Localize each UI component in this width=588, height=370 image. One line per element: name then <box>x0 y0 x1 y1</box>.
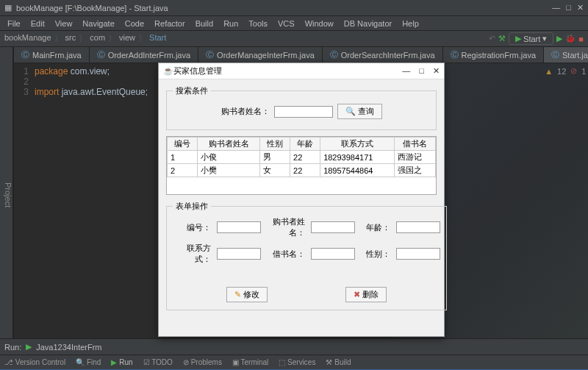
dialog-title: 买家信息管理 <box>173 65 222 77</box>
menu-build[interactable]: Build <box>191 18 218 29</box>
search-button[interactable]: 🔍查询 <box>337 104 382 119</box>
menu-window[interactable]: Window <box>301 18 338 29</box>
dialog-icon: ☕ <box>163 66 173 76</box>
tab[interactable]: ⒸOrderAddInterFrm.java <box>90 47 198 63</box>
tab[interactable]: ⒸOrderManageInterFrm.java <box>198 47 323 63</box>
sex-input[interactable] <box>396 248 440 260</box>
close-icon[interactable]: ✕ <box>577 3 584 13</box>
services-button[interactable]: ⬚ Services <box>279 358 315 366</box>
menu-vcs[interactable]: VCS <box>273 18 299 29</box>
tab[interactable]: ⒸRegistrationFrm.java <box>443 47 544 63</box>
breadcrumb: bookManage〉 src〉 com〉 view〉 Start <box>4 33 166 44</box>
terminal-button[interactable]: ▣ Terminal <box>232 358 268 366</box>
dialog-titlebar[interactable]: ☕ 买家信息管理 — □ ✕ <box>159 63 444 79</box>
todo-button[interactable]: ☑ TODO <box>143 358 173 366</box>
crumb[interactable]: view <box>119 33 135 44</box>
crumb[interactable]: Start <box>149 33 166 44</box>
vc-button[interactable]: ⎇ Version Control <box>4 358 65 366</box>
tab[interactable]: ⒸMainFrm.java <box>14 47 90 63</box>
contact-label: 联系方式： <box>173 243 211 265</box>
search-icon: 🔍 <box>345 107 356 116</box>
dialog-minimize-icon[interactable]: — <box>402 66 410 76</box>
pencil-icon: ✎ <box>234 290 241 299</box>
id-input[interactable] <box>217 221 261 233</box>
run-tool-button[interactable]: ▶ Run <box>111 358 132 366</box>
delete-button[interactable]: ✖删除 <box>345 287 387 302</box>
left-gutter: Project DB Browser <box>0 47 13 338</box>
form-fieldset: 表单操作 编号： 购书者姓名： 年龄： 联系方式： 借书名： 性别： ✎修改 ✖… <box>166 201 447 310</box>
app-icon: ▦ <box>4 3 12 13</box>
contact-input[interactable] <box>217 248 261 260</box>
menu-edit[interactable]: Edit <box>26 18 49 29</box>
modify-button[interactable]: ✎修改 <box>226 287 268 302</box>
results-table-wrap[interactable]: 编号 购书者姓名 性别 年龄 联系方式 借书名 1小俊男221829398417… <box>166 136 437 195</box>
table-row[interactable]: 2小樊女2218957544864强国之 <box>168 164 436 177</box>
problems-button[interactable]: ⊘ Problems <box>183 358 222 366</box>
project-tool-button[interactable]: Project <box>4 182 12 207</box>
bottom-tool-bar: ⎇ Version Control 🔍 Find ▶ Run ☑ TODO ⊘ … <box>0 355 588 369</box>
col-id[interactable]: 编号 <box>168 138 198 151</box>
menu-bar: File Edit View Navigate Code Refactor Bu… <box>0 16 588 31</box>
id-label: 编号： <box>173 222 211 233</box>
run-config-name: Java1234InterFrm <box>36 343 101 352</box>
debug-button[interactable]: 🐞 <box>565 34 576 43</box>
maximize-icon[interactable]: □ <box>566 3 571 13</box>
table-header-row: 编号 购书者姓名 性别 年龄 联系方式 借书名 <box>168 138 436 151</box>
menu-file[interactable]: File <box>3 18 25 29</box>
tab[interactable]: ⒸOrderSearchInterFrm.java <box>323 47 443 63</box>
dialog-close-icon[interactable]: ✕ <box>433 66 440 76</box>
search-name-input[interactable] <box>274 106 333 118</box>
buyer-info-dialog: ☕ 买家信息管理 — □ ✕ 搜索条件 购书者姓名： 🔍查询 编号 购书者姓名 … <box>158 63 445 337</box>
menu-navigate[interactable]: Navigate <box>78 18 118 29</box>
menu-dbnav[interactable]: DB Navigator <box>340 18 396 29</box>
book-input[interactable] <box>311 248 355 260</box>
results-table: 编号 购书者姓名 性别 年龄 联系方式 借书名 1小俊男221829398417… <box>167 137 436 177</box>
table-row[interactable]: 1小俊男2218293984171西游记 <box>168 151 436 164</box>
editor-tabs: ⒸMainFrm.java ⒸOrderAddInterFrm.java ⒸOr… <box>14 47 588 63</box>
col-contact[interactable]: 联系方式 <box>320 138 395 151</box>
form-legend: 表单操作 <box>173 201 211 212</box>
run-button[interactable]: ▶ <box>556 34 562 43</box>
dialog-maximize-icon[interactable]: □ <box>419 66 424 76</box>
menu-view[interactable]: View <box>51 18 77 29</box>
search-name-label: 购书者姓名： <box>221 106 270 117</box>
stop-button[interactable]: ■ <box>578 35 584 43</box>
crumb[interactable]: bookManage <box>4 33 51 44</box>
window-titlebar: ▦ bookManage [F:\BookManage] - Start.jav… <box>0 0 588 16</box>
age-input[interactable] <box>396 221 440 233</box>
search-legend: 搜索条件 <box>173 85 211 96</box>
age-label: 年龄： <box>361 222 390 233</box>
run-icon: ▶ <box>26 342 32 352</box>
crumb[interactable]: com <box>90 33 105 44</box>
col-book[interactable]: 借书名 <box>395 138 436 151</box>
run-config-selector[interactable]: ▶Start ▾ <box>509 32 553 45</box>
menu-help[interactable]: Help <box>398 18 423 29</box>
delete-icon: ✖ <box>354 290 360 299</box>
tab-active[interactable]: ⒸStart.java ▾ <box>544 47 588 63</box>
col-sex[interactable]: 性别 <box>259 138 290 151</box>
crumb[interactable]: src <box>65 33 76 44</box>
toolbar: bookManage〉 src〉 com〉 view〉 Start ↶ ⚒ ▶S… <box>0 31 588 47</box>
col-age[interactable]: 年龄 <box>290 138 320 151</box>
run-panel-header[interactable]: Run: ▶ Java1234InterFrm <box>0 338 588 355</box>
menu-tools[interactable]: Tools <box>244 18 272 29</box>
sex-label: 性别： <box>361 249 390 260</box>
back-icon[interactable]: ↶ <box>489 34 495 43</box>
search-fieldset: 搜索条件 购书者姓名： 🔍查询 <box>166 85 437 130</box>
minimize-icon[interactable]: — <box>552 3 560 13</box>
col-name[interactable]: 购书者姓名 <box>198 138 260 151</box>
hammer-icon[interactable]: ⚒ <box>498 34 506 43</box>
menu-code[interactable]: Code <box>121 18 148 29</box>
name-label: 购书者姓名： <box>267 216 305 238</box>
menu-run[interactable]: Run <box>219 18 243 29</box>
find-button[interactable]: 🔍 Find <box>76 358 101 366</box>
window-title: bookManage [F:\BookManage] - Start.java <box>16 4 168 13</box>
run-label: Run: <box>4 343 21 352</box>
menu-refactor[interactable]: Refactor <box>150 18 190 29</box>
name-input[interactable] <box>311 221 355 233</box>
book-label: 借书名： <box>267 249 305 260</box>
build-button[interactable]: ⚒ Build <box>326 358 351 366</box>
